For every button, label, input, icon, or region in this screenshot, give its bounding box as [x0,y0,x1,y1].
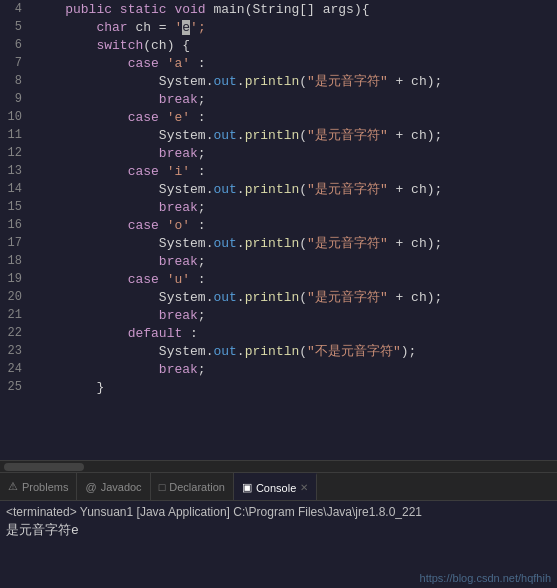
line-content: System.out.println("是元音字符" + ch); [30,234,557,252]
line-number: 25 [0,380,30,394]
code-line: 23 System.out.println("不是元音字符"); [0,342,557,360]
line-content: System.out.println("不是元音字符"); [30,342,557,360]
console-wrapper: <terminated> Yunsuan1 [Java Application]… [0,500,557,588]
tab-bar: ⚠Problems@Javadoc□Declaration▣Console✕ [0,472,557,500]
line-number: 10 [0,110,30,124]
line-number: 18 [0,254,30,268]
bottom-panel: ⚠Problems@Javadoc□Declaration▣Console✕ <… [0,472,557,588]
scrollbar-thumb[interactable] [4,463,84,471]
line-content: char ch = 'e'; [30,20,557,35]
line-number: 11 [0,128,30,142]
code-line: 12 break; [0,144,557,162]
code-line: 21 break; [0,306,557,324]
line-content: case 'a' : [30,56,557,71]
line-number: 13 [0,164,30,178]
console-output: 是元音字符e [6,521,551,539]
tab-declaration[interactable]: □Declaration [151,473,234,500]
tab-label-javadoc: Javadoc [101,481,142,493]
tab-console[interactable]: ▣Console✕ [234,473,317,500]
line-content: System.out.println("是元音字符" + ch); [30,126,557,144]
line-content: case 'i' : [30,164,557,179]
code-line: 20 System.out.println("是元音字符" + ch); [0,288,557,306]
line-content: break; [30,92,557,107]
tab-close-button[interactable]: ✕ [300,482,308,493]
line-content: switch(ch) { [30,38,557,53]
line-content: case 'e' : [30,110,557,125]
line-content: default : [30,326,557,341]
line-number: 14 [0,182,30,196]
code-line: 7 case 'a' : [0,54,557,72]
code-line: 9 break; [0,90,557,108]
tab-label-problems: Problems [22,481,68,493]
line-number: 15 [0,200,30,214]
console-area: <terminated> Yunsuan1 [Java Application]… [0,500,557,543]
code-line: 13 case 'i' : [0,162,557,180]
line-number: 24 [0,362,30,376]
tab-problems[interactable]: ⚠Problems [0,473,77,500]
horizontal-scrollbar[interactable] [0,460,557,472]
line-number: 5 [0,20,30,34]
line-number: 21 [0,308,30,322]
code-line: 11 System.out.println("是元音字符" + ch); [0,126,557,144]
line-number: 9 [0,92,30,106]
code-line: 18 break; [0,252,557,270]
tab-label-console: Console [256,482,296,494]
line-number: 16 [0,218,30,232]
code-lines: 4 public static void main(String[] args)… [0,0,557,396]
code-line: 15 break; [0,198,557,216]
line-content: break; [30,362,557,377]
tab-label-declaration: Declaration [169,481,225,493]
console-terminated-line: <terminated> Yunsuan1 [Java Application]… [6,505,551,519]
line-content: break; [30,200,557,215]
line-number: 19 [0,272,30,286]
tab-icon-javadoc: @ [85,481,96,493]
tab-icon-problems: ⚠ [8,480,18,493]
code-line: 8 System.out.println("是元音字符" + ch); [0,72,557,90]
tab-icon-console: ▣ [242,481,252,494]
line-number: 8 [0,74,30,88]
line-content: System.out.println("是元音字符" + ch); [30,180,557,198]
line-content: case 'o' : [30,218,557,233]
code-line: 25 } [0,378,557,396]
code-editor[interactable]: 4 public static void main(String[] args)… [0,0,557,460]
code-line: 5 char ch = 'e'; [0,18,557,36]
line-content: case 'u' : [30,272,557,287]
code-line: 19 case 'u' : [0,270,557,288]
line-content: System.out.println("是元音字符" + ch); [30,288,557,306]
code-line: 22 default : [0,324,557,342]
code-line: 6 switch(ch) { [0,36,557,54]
watermark: https://blog.csdn.net/hqfhih [420,572,551,584]
code-line: 10 case 'e' : [0,108,557,126]
line-number: 4 [0,2,30,16]
line-content: public static void main(String[] args){ [30,2,557,17]
line-number: 6 [0,38,30,52]
line-content: break; [30,254,557,269]
line-content: break; [30,146,557,161]
line-content: } [30,380,557,395]
line-number: 7 [0,56,30,70]
line-content: System.out.println("是元音字符" + ch); [30,72,557,90]
code-line: 14 System.out.println("是元音字符" + ch); [0,180,557,198]
line-number: 23 [0,344,30,358]
line-number: 12 [0,146,30,160]
code-line: 16 case 'o' : [0,216,557,234]
line-content: break; [30,308,557,323]
line-number: 20 [0,290,30,304]
code-line: 4 public static void main(String[] args)… [0,0,557,18]
tab-javadoc[interactable]: @Javadoc [77,473,150,500]
line-number: 22 [0,326,30,340]
tab-icon-declaration: □ [159,481,166,493]
line-number: 17 [0,236,30,250]
code-line: 24 break; [0,360,557,378]
code-line: 17 System.out.println("是元音字符" + ch); [0,234,557,252]
